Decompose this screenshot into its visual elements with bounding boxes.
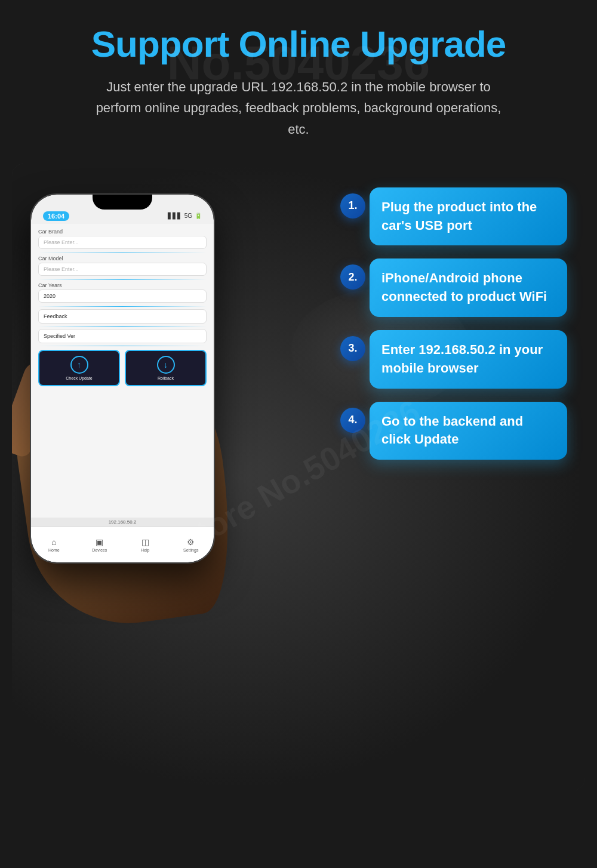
nav-home[interactable]: ⌂ Home [31,537,77,552]
phone-screen: 16:04 ▋▋▋ 5G 🔋 Car Brand Please Enter... [31,195,214,562]
phone-outer: 16:04 ▋▋▋ 5G 🔋 Car Brand Please Enter... [30,193,215,564]
status-time: 16:04 [43,211,69,221]
title-text-white: Support Online [91,23,360,64]
content-area: Store No.5040236 16:04 ▋▋▋ [12,164,585,790]
signal-icon: ▋▋▋ [168,213,182,219]
feedback-menu-item[interactable]: Feedback [38,309,207,324]
step-2: 2. iPhone/Android phone connected to pro… [340,258,567,317]
step-4-number: 4. [348,414,357,426]
step-1-bubble: Plug the product into the car's USB port [370,187,567,246]
settings-icon: ⚙ [168,537,214,547]
nav-settings[interactable]: ⚙ Settings [168,537,214,552]
car-years-label: Car Years [38,282,207,288]
steps-container: 1. Plug the product into the car's USB p… [340,187,567,473]
rollback-icon: ↓ [157,356,175,374]
car-model-field: Car Model Please Enter... [38,256,207,276]
car-years-input[interactable]: 2020 [38,290,207,303]
status-icons: ▋▋▋ 5G 🔋 [168,213,202,219]
step-2-number: 2. [348,271,357,284]
car-model-input[interactable]: Please Enter... [38,263,207,276]
step-3-badge-container: 3. [340,330,365,361]
divider-5 [38,346,207,346]
subtitle-text: Just enter the upgrade URL 192.168.50.2 … [96,76,501,140]
car-brand-field: Car Brand Please Enter... [38,229,207,249]
step-1-badge-container: 1. [340,187,365,218]
phone-bottom-nav: ⌂ Home ▣ Devices ◫ Help ⚙ [31,527,214,562]
rollback-button[interactable]: ↓ Rollback [125,350,207,386]
step-3: 3. Enter 192.168.50.2 in your mobile bro… [340,330,567,389]
step-3-badge: 3. [340,336,365,361]
step-2-bubble: iPhone/Android phone connected to produc… [370,258,567,317]
header-section: No.5040236 Support Online Upgrade Just e… [0,0,597,158]
check-update-label: Check Update [42,376,116,380]
specified-ver-menu-item[interactable]: Specified Ver [38,329,207,343]
step-1: 1. Plug the product into the car's USB p… [340,187,567,246]
action-buttons-row: ↑ Check Update ↓ Rollback [38,350,207,386]
car-years-field: Car Years 2020 [38,282,207,303]
divider-3 [38,306,207,307]
nav-devices-label: Devices [92,548,107,552]
divider-2 [38,279,207,280]
step-4-badge-container: 4. [340,402,365,433]
step-1-number: 1. [348,199,357,212]
help-icon: ◫ [122,537,168,547]
network-type: 5G [184,213,192,219]
car-brand-label: Car Brand [38,229,207,235]
check-update-icon: ↑ [70,356,88,374]
step-2-badge: 2. [340,264,365,290]
step-3-bubble: Enter 192.168.50.2 in your mobile browse… [370,330,567,389]
battery-icon: 🔋 [195,213,202,219]
nav-help-label: Help [141,548,149,552]
step-1-badge: 1. [340,193,365,218]
devices-icon: ▣ [77,537,123,547]
step-2-badge-container: 2. [340,258,365,290]
url-bar[interactable]: 192.168.50.2 [31,518,214,527]
car-model-label: Car Model [38,256,207,261]
car-brand-input[interactable]: Please Enter... [38,236,207,249]
phone-mockup: 16:04 ▋▋▋ 5G 🔋 Car Brand Please Enter... [30,193,215,564]
step-4-bubble: Go to the backend and click Update [370,402,567,460]
main-title: Support Online Upgrade [36,24,561,64]
title-text-blue: Upgrade [360,23,506,64]
check-update-button[interactable]: ↑ Check Update [38,350,120,386]
nav-devices[interactable]: ▣ Devices [77,537,123,552]
step-3-number: 3. [348,342,357,355]
nav-settings-label: Settings [183,548,198,552]
rollback-label: Rollback [128,376,203,380]
nav-home-label: Home [48,548,60,552]
phone-notch [93,195,152,210]
step-4-badge: 4. [340,408,365,433]
home-icon: ⌂ [31,537,77,547]
divider-4 [38,326,207,327]
divider-1 [38,253,207,253]
nav-help[interactable]: ◫ Help [122,537,168,552]
phone-app-content: Car Brand Please Enter... Car Model Plea… [31,224,214,544]
step-4: 4. Go to the backend and click Update [340,402,567,460]
